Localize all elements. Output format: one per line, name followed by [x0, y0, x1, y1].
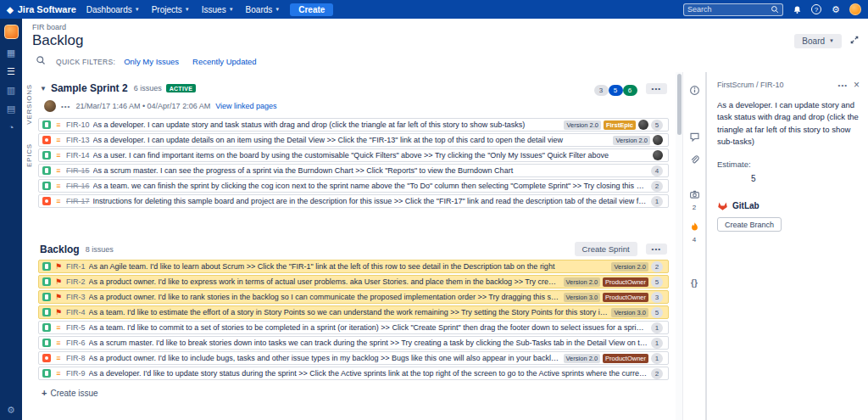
- nav-menus: Dashboards▼Projects▼Issues▼Boards▼: [86, 5, 280, 14]
- close-icon[interactable]: ×: [854, 80, 860, 90]
- estimate-value[interactable]: 5: [717, 174, 860, 183]
- version-label: Version 2.0: [613, 136, 650, 145]
- create-issue-button[interactable]: + Create issue: [42, 388, 98, 398]
- create-branch-button[interactable]: Create Branch: [717, 217, 782, 232]
- story-icon: [42, 120, 51, 129]
- quick-filter-recently-updated[interactable]: Recently Updated: [192, 57, 257, 66]
- detail-breadcrumb[interactable]: FirstScrum / FIR-10: [717, 81, 832, 89]
- issue-key[interactable]: FIR-5: [66, 323, 86, 332]
- plus-icon: +: [42, 388, 47, 398]
- issue-row[interactable]: ⚑FIR-4As a team. I'd like to estimate th…: [38, 305, 669, 319]
- issue-key[interactable]: FIR-8: [66, 354, 86, 362]
- issue-key[interactable]: FIR-1: [66, 262, 86, 271]
- estimate-badge: 2: [651, 368, 663, 379]
- issue-row[interactable]: ≡FIR-9As a developer. I'd like to update…: [38, 367, 669, 380]
- screenshots-camera-icon[interactable]: [687, 187, 702, 202]
- user-avatar[interactable]: [849, 3, 861, 15]
- issue-key[interactable]: FIR-2: [66, 277, 86, 286]
- sidebar-backlog-icon[interactable]: ☰: [0, 67, 22, 76]
- page-header: FIR board Backlog Board ▼ QUICK FIL: [22, 19, 868, 72]
- scrollbar-track[interactable]: [676, 72, 682, 420]
- jira-home-link[interactable]: ◆ Jira Software: [7, 4, 76, 14]
- issue-key[interactable]: FIR-4: [66, 308, 86, 316]
- quick-filter-only-my-issues[interactable]: Only My Issues: [124, 57, 179, 66]
- comments-icon[interactable]: [687, 129, 702, 144]
- issue-row[interactable]: ≡FIR-8As a product owner. I'd like to in…: [38, 351, 669, 365]
- sidebar-releases-icon[interactable]: ▤: [0, 104, 22, 114]
- issue-row[interactable]: ≡FIR-13As a developer. I can update deta…: [38, 133, 669, 147]
- backlog-more-button[interactable]: •••: [646, 244, 667, 255]
- panel-tab-epics[interactable]: EPICS: [25, 143, 33, 167]
- project-avatar[interactable]: [4, 25, 19, 39]
- issue-key[interactable]: FIR-14: [66, 151, 90, 160]
- create-button[interactable]: Create: [290, 3, 333, 16]
- issue-row[interactable]: ≡FIR-17Instructions for deleting this sa…: [38, 194, 669, 208]
- estimate-badge: 4: [651, 165, 663, 176]
- collapse-caret-icon[interactable]: ▼: [40, 85, 47, 92]
- priority-icon: ≡: [54, 354, 63, 362]
- nav-right: ? ⚙: [683, 3, 861, 16]
- notifications-bell-icon[interactable]: [791, 3, 803, 15]
- scrollbar-thumb[interactable]: [677, 74, 682, 135]
- issue-row[interactable]: ≡FIR-6As a scrum master. I'd like to bre…: [38, 336, 669, 350]
- fullscreen-toggle-icon[interactable]: [849, 35, 860, 48]
- issue-key[interactable]: FIR-3: [66, 293, 86, 301]
- nav-menu-dashboards[interactable]: Dashboards▼: [86, 5, 140, 14]
- panel-tab-versions[interactable]: VERSIONS: [25, 84, 33, 125]
- issue-row[interactable]: ≡FIR-14As a user. I can find important i…: [38, 148, 669, 162]
- issue-row[interactable]: ≡FIR-16As a team. we can finish the spri…: [38, 179, 669, 193]
- version-label: Version 2.0: [564, 120, 601, 130]
- search-box[interactable]: [683, 3, 783, 16]
- sidebar-reports-icon[interactable]: ◔: [0, 123, 22, 132]
- assignee-avatar: [653, 135, 663, 145]
- issue-key[interactable]: FIR-9: [66, 369, 86, 378]
- help-icon[interactable]: ?: [810, 3, 822, 15]
- backlog-section: Backlog 8 issues Create Sprint ••• ⚑FIR-…: [38, 240, 669, 380]
- collapsed-panels: VERSIONSEPICS: [22, 72, 36, 420]
- nav-menu-boards[interactable]: Boards▼: [246, 5, 281, 14]
- backlog-search-icon[interactable]: [34, 55, 47, 68]
- sprint-name[interactable]: Sample Sprint 2: [51, 82, 128, 94]
- breadcrumb[interactable]: FIR board: [32, 23, 860, 31]
- detail-more-button[interactable]: •••: [838, 81, 848, 89]
- issue-key[interactable]: FIR-15: [66, 166, 90, 175]
- issue-row[interactable]: ⚑FIR-3As a product owner. I'd like to ra…: [38, 290, 669, 304]
- issue-row[interactable]: ≡FIR-10As a developer. I can update stor…: [38, 118, 669, 132]
- detail-icon-rail: 2 4 {}: [682, 72, 705, 420]
- issue-key[interactable]: FIR-6: [66, 339, 86, 347]
- board-dropdown-button[interactable]: Board ▼: [794, 34, 842, 48]
- sprint-status-badge: ACTIVE: [166, 84, 196, 92]
- issue-key[interactable]: FIR-13: [66, 136, 90, 144]
- sprint-assignee-avatar[interactable]: [44, 100, 56, 112]
- search-input[interactable]: [687, 5, 771, 14]
- row-meta: Version 2.0ProductOwner1: [564, 353, 663, 364]
- priority-icon: ≡: [54, 369, 63, 378]
- sidebar-active-sprints-icon[interactable]: ▥: [0, 86, 22, 95]
- issue-key[interactable]: FIR-17: [66, 197, 90, 205]
- issue-row[interactable]: ≡FIR-5As a team. I'd like to commit to a…: [38, 321, 669, 334]
- attachments-paperclip-icon[interactable]: [687, 152, 702, 167]
- issue-row[interactable]: ⚑FIR-2As a product owner. I'd like to ex…: [38, 275, 669, 288]
- view-linked-pages-link[interactable]: View linked pages: [215, 102, 276, 110]
- nav-menu-projects[interactable]: Projects▼: [152, 5, 190, 14]
- sidebar-board-icon[interactable]: ▦: [0, 48, 22, 58]
- issue-row[interactable]: ≡FIR-15As a scrum master. I can see the …: [38, 164, 669, 177]
- avatar-overflow[interactable]: •••: [61, 103, 70, 110]
- issue-key[interactable]: FIR-16: [66, 182, 90, 190]
- settings-gear-icon[interactable]: ⚙: [830, 3, 842, 15]
- page-title: Backlog: [32, 32, 83, 49]
- issue-row[interactable]: ⚑FIR-1As an Agile team. I'd like to lear…: [38, 260, 669, 273]
- issue-detail-panel: FirstScrum / FIR-10 ••• × As a developer…: [705, 72, 868, 420]
- sprint-more-button[interactable]: •••: [646, 83, 667, 94]
- create-sprint-button[interactable]: Create Sprint: [575, 242, 637, 256]
- code-braces-icon[interactable]: {}: [687, 275, 702, 290]
- info-icon[interactable]: [687, 82, 702, 98]
- sidebar-settings-gear-icon[interactable]: ⚙: [0, 406, 22, 415]
- row-meta: Version 2.02: [611, 261, 663, 272]
- nav-menu-issues[interactable]: Issues▼: [202, 5, 234, 14]
- sprint-dates: 21/Mar/17 1:46 AM • 04/Apr/17 2:06 AM: [75, 102, 210, 110]
- story-icon: [42, 151, 51, 160]
- issue-key[interactable]: FIR-10: [66, 120, 90, 129]
- question-mark-icon: ?: [811, 4, 821, 14]
- development-flame-icon[interactable]: [687, 219, 702, 234]
